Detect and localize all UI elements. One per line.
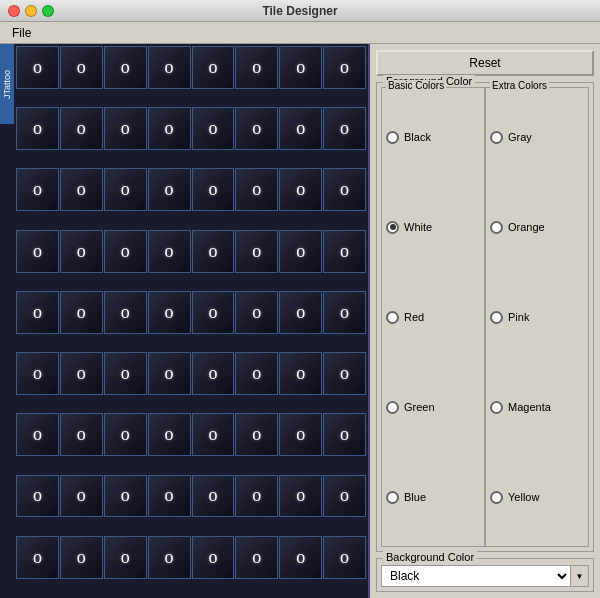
- color-red-item[interactable]: Red: [386, 309, 480, 326]
- tile-cell[interactable]: [235, 107, 278, 150]
- tile-cell[interactable]: [192, 46, 235, 89]
- bg-color-select[interactable]: Black White Red Green Blue Gray: [382, 566, 570, 586]
- tile-cell[interactable]: [323, 46, 366, 89]
- color-yellow-item[interactable]: Yellow: [490, 489, 584, 506]
- tile-cell[interactable]: [148, 475, 191, 518]
- tile-cell[interactable]: [60, 536, 103, 579]
- tile-cell[interactable]: [104, 536, 147, 579]
- tile-cell[interactable]: [60, 352, 103, 395]
- tile-cell[interactable]: [323, 475, 366, 518]
- tile-cell[interactable]: [279, 46, 322, 89]
- color-green-radio[interactable]: [386, 401, 399, 414]
- tile-cell[interactable]: [279, 291, 322, 334]
- tile-cell[interactable]: [192, 536, 235, 579]
- tile-cell[interactable]: [192, 107, 235, 150]
- tile-cell[interactable]: [279, 230, 322, 273]
- tile-cell[interactable]: [235, 413, 278, 456]
- color-pink-radio[interactable]: [490, 311, 503, 324]
- tile-cell[interactable]: [279, 107, 322, 150]
- tile-cell[interactable]: [16, 168, 59, 211]
- color-blue-radio[interactable]: [386, 491, 399, 504]
- color-pink-item[interactable]: Pink: [490, 309, 584, 326]
- color-green-item[interactable]: Green: [386, 399, 480, 416]
- tile-cell[interactable]: [60, 107, 103, 150]
- tile-cell[interactable]: [279, 475, 322, 518]
- color-gray-radio[interactable]: [490, 131, 503, 144]
- file-menu-item[interactable]: File: [4, 24, 39, 42]
- close-button[interactable]: [8, 5, 20, 17]
- tile-cell[interactable]: [148, 413, 191, 456]
- tile-cell[interactable]: [104, 168, 147, 211]
- tile-cell[interactable]: [323, 230, 366, 273]
- tile-cell[interactable]: [192, 352, 235, 395]
- tile-cell[interactable]: [235, 230, 278, 273]
- tile-cell[interactable]: [148, 168, 191, 211]
- reset-button[interactable]: Reset: [376, 50, 594, 76]
- color-black-item[interactable]: Black: [386, 129, 480, 146]
- color-yellow-radio[interactable]: [490, 491, 503, 504]
- tile-cell[interactable]: [16, 46, 59, 89]
- tile-cell[interactable]: [148, 352, 191, 395]
- tile-cell[interactable]: [16, 475, 59, 518]
- tile-cell[interactable]: [235, 168, 278, 211]
- color-magenta-item[interactable]: Magenta: [490, 399, 584, 416]
- color-orange-radio[interactable]: [490, 221, 503, 234]
- tile-cell[interactable]: [192, 230, 235, 273]
- tile-cell[interactable]: [104, 475, 147, 518]
- tile-cell[interactable]: [235, 291, 278, 334]
- tile-cell[interactable]: [60, 230, 103, 273]
- tile-cell[interactable]: [323, 413, 366, 456]
- tile-cell[interactable]: [60, 291, 103, 334]
- tile-cell[interactable]: [279, 352, 322, 395]
- tile-cell[interactable]: [16, 107, 59, 150]
- tile-cell[interactable]: [148, 536, 191, 579]
- tile-cell[interactable]: [148, 230, 191, 273]
- color-green-label: Green: [404, 401, 435, 413]
- tile-cell[interactable]: [192, 291, 235, 334]
- tile-cell[interactable]: [16, 291, 59, 334]
- tile-cell[interactable]: [104, 107, 147, 150]
- color-magenta-radio[interactable]: [490, 401, 503, 414]
- maximize-button[interactable]: [42, 5, 54, 17]
- tile-cell[interactable]: [104, 352, 147, 395]
- tile-cell[interactable]: [279, 168, 322, 211]
- color-gray-item[interactable]: Gray: [490, 129, 584, 146]
- tile-cell[interactable]: [148, 291, 191, 334]
- color-blue-item[interactable]: Blue: [386, 489, 480, 506]
- tile-cell[interactable]: [235, 352, 278, 395]
- tile-cell[interactable]: [60, 46, 103, 89]
- tile-cell[interactable]: [323, 352, 366, 395]
- bg-select-arrow[interactable]: ▼: [570, 566, 588, 586]
- tile-cell[interactable]: [16, 413, 59, 456]
- tile-cell[interactable]: [235, 46, 278, 89]
- tile-cell[interactable]: [104, 46, 147, 89]
- tile-cell[interactable]: [16, 536, 59, 579]
- tile-cell[interactable]: [323, 536, 366, 579]
- tile-cell[interactable]: [104, 230, 147, 273]
- tile-cell[interactable]: [279, 536, 322, 579]
- tile-cell[interactable]: [60, 168, 103, 211]
- tile-cell[interactable]: [104, 291, 147, 334]
- tile-cell[interactable]: [148, 107, 191, 150]
- color-orange-item[interactable]: Orange: [490, 219, 584, 236]
- tile-cell[interactable]: [60, 413, 103, 456]
- tile-cell[interactable]: [104, 413, 147, 456]
- tile-cell[interactable]: [148, 46, 191, 89]
- tile-cell[interactable]: [16, 230, 59, 273]
- color-red-radio[interactable]: [386, 311, 399, 324]
- tile-cell[interactable]: [192, 475, 235, 518]
- minimize-button[interactable]: [25, 5, 37, 17]
- tile-cell[interactable]: [323, 107, 366, 150]
- color-white-radio[interactable]: [386, 221, 399, 234]
- tile-cell[interactable]: [235, 475, 278, 518]
- tile-cell[interactable]: [235, 536, 278, 579]
- tile-cell[interactable]: [16, 352, 59, 395]
- tile-cell[interactable]: [323, 168, 366, 211]
- tile-cell[interactable]: [279, 413, 322, 456]
- tile-cell[interactable]: [192, 413, 235, 456]
- tile-cell[interactable]: [192, 168, 235, 211]
- color-black-radio[interactable]: [386, 131, 399, 144]
- color-white-item[interactable]: White: [386, 219, 480, 236]
- tile-cell[interactable]: [323, 291, 366, 334]
- tile-cell[interactable]: [60, 475, 103, 518]
